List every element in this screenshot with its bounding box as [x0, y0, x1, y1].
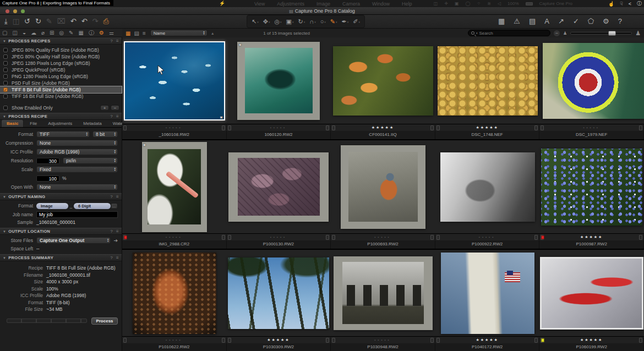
color-tag-red[interactable] [541, 235, 544, 239]
disclosure-icon[interactable]: ▼ [3, 115, 6, 118]
window-title-bar[interactable]: ▤Capture One Pro 8 Catalog [0, 7, 644, 15]
star-rating[interactable]: ••••• [583, 124, 600, 131]
recipe-checkbox[interactable] [3, 48, 8, 52]
process-output-icon[interactable]: ⎙ [103, 15, 108, 28]
thumbnail-cell[interactable]: ★★★★★CF000141.IIQ [331, 37, 435, 139]
recipe-checkbox[interactable] [3, 74, 8, 79]
tab-output-icon[interactable]: ⚙ [99, 29, 104, 37]
thumbnail-apples[interactable] [438, 46, 538, 116]
thumbnail-roundel[interactable] [543, 43, 644, 119]
keystone-tool-icon[interactable]: ∩ [309, 16, 314, 27]
star-rating[interactable]: ••••• [166, 337, 183, 343]
rating-bar[interactable]: ••••• [122, 336, 227, 343]
rating-bar[interactable]: ★★★★★ [435, 124, 540, 131]
dropdown-caret-icon[interactable]: ▾ [347, 17, 349, 27]
tab-metadata-icon[interactable]: ⌀ [41, 29, 45, 37]
rating-bar[interactable]: ★★★★★ [227, 336, 331, 343]
rating-bar[interactable]: ••••• [122, 124, 227, 131]
open-with-dropdown[interactable]: None▲▼ [36, 184, 118, 190]
rotate-left-icon[interactable]: ↺ [24, 15, 30, 28]
search-input[interactable]: ▾Search [468, 30, 550, 36]
process-recipes-header[interactable]: ▼ PROCESS RECIPES ?≡ [0, 37, 122, 45]
store-files-dropdown[interactable]: Capture One Output▲▼ [36, 237, 111, 244]
camera-status-icon[interactable]: ◫ [434, 1, 438, 6]
capture-icon[interactable]: ◫ [13, 15, 19, 28]
move-status-icon[interactable]: ✛ [444, 1, 448, 6]
tab-cloud-icon[interactable]: ☁ [31, 29, 36, 37]
proof-warning-icon[interactable]: ⚠ [514, 15, 520, 28]
thumbnail-chaffinch[interactable] [341, 145, 425, 229]
recipe-row[interactable]: JPEG 80% Quality Half Size (Adobe RGB) [0, 53, 122, 60]
menu-item-image[interactable]: Image [316, 1, 330, 7]
info-icon[interactable]: ⓘ [637, 0, 642, 7]
menu-item-adjustments[interactable]: Adjustments [277, 1, 304, 7]
viewer-toggle-icon[interactable]: ▦ [498, 15, 505, 28]
star-rating[interactable]: ★★★★★ [476, 124, 498, 131]
rating-bar[interactable]: ••••• [331, 233, 435, 240]
star-rating[interactable]: ★★★★★ [476, 337, 498, 343]
thumbnail-maple[interactable] [333, 46, 433, 116]
help-icon[interactable]: ? [110, 229, 113, 234]
thumbnail-cell[interactable]: •••••P1000922.RW2 [435, 140, 540, 249]
star-rating[interactable]: ★★★★★ [580, 234, 603, 240]
thumbnail-dog[interactable] [440, 152, 535, 222]
star-rating[interactable]: ★★★★★ [372, 124, 394, 131]
thumbnail-flagbuilding[interactable] [441, 253, 534, 334]
thumbnail-cell[interactable]: •••••P1000130.RW2 [227, 140, 331, 249]
tab-file[interactable]: File [25, 120, 42, 127]
keyboard-status-icon[interactable]: ⁘ [477, 1, 481, 6]
app-menu-label[interactable]: Capture One Pro [539, 1, 572, 6]
output-location-header[interactable]: ▼ OUTPUT LOCATION ?≡ [0, 228, 122, 235]
thumbnail-cell[interactable]: ★★★★★DSC_1748.NEF [435, 37, 540, 139]
tab-focus-icon[interactable]: ◎ [59, 29, 64, 37]
star-rating[interactable]: ★★★★★ [267, 337, 290, 343]
recipe-row[interactable]: PNG 1280 Pixels Long Edge (sRGB) [0, 73, 122, 80]
format-dropdown[interactable]: TIFF▲▼ [36, 131, 90, 138]
rating-bar[interactable]: ★★★★★ [435, 336, 540, 343]
sync-status-icon[interactable]: ◯ [466, 1, 471, 6]
rating-bar[interactable]: ★★★★★ [539, 233, 644, 240]
rating-bar[interactable]: ••••• [227, 124, 331, 131]
undo2-icon[interactable]: ↶ [81, 15, 88, 28]
slider-handle[interactable] [608, 31, 616, 36]
recipe-checkbox[interactable] [3, 61, 8, 65]
scale-percent-input[interactable]: 100 [36, 176, 59, 182]
recipe-row[interactable]: JPEG 80% Quality Full Size (Adobe RGB) [0, 47, 122, 53]
star-rating[interactable]: ••••• [270, 234, 287, 240]
help-icon[interactable]: ? [110, 114, 113, 119]
resolution-input[interactable]: 300 [36, 158, 59, 164]
rating-bar[interactable]: ••••• [122, 233, 227, 240]
dropdown-caret-icon[interactable]: ▾ [304, 17, 305, 27]
rating-bar[interactable]: ••••• [331, 336, 435, 343]
bit-depth-dropdown[interactable]: 8 bit▲▼ [92, 131, 118, 138]
settings-gear-icon[interactable]: ⚙ [603, 15, 609, 28]
tab-color-icon[interactable]: ◒ [23, 29, 26, 37]
pen-tool-icon[interactable]: ✒ [342, 16, 347, 27]
recipe-row[interactable]: TIFF 16 Bit Full Size (Adobe RGB) [0, 93, 122, 100]
spot-tool-icon[interactable]: ○ [320, 16, 324, 27]
recipe-row[interactable]: ✓TIFF 8 Bit Full Size (Adobe RGB) [0, 86, 122, 93]
star-rating[interactable]: ••••• [374, 234, 391, 240]
thumbs-up-icon[interactable]: ☝ [608, 1, 614, 7]
thumbnail-cell[interactable]: ★★★★★P1000987.RW2 [539, 140, 644, 249]
tab-adjust-icon[interactable]: ✎ [69, 29, 73, 37]
tab-batch-icon[interactable]: ⚌ [109, 29, 114, 37]
loupe-tool-icon[interactable]: ◎ [274, 16, 280, 27]
tab-keyboard-icon[interactable]: ▦ [79, 29, 84, 37]
thumbnail-cell[interactable]: •••••P1010622.RW2 [122, 250, 227, 351]
star-rating[interactable]: ••••• [374, 337, 391, 343]
menu-item-help[interactable]: Help [402, 1, 412, 7]
undo-icon[interactable]: ↶ [70, 15, 77, 28]
rotate-right-icon[interactable]: ↻ [35, 15, 41, 28]
menu-item-view[interactable]: View [254, 1, 265, 7]
disclosure-icon[interactable]: ▼ [3, 40, 6, 43]
recipe-checkbox[interactable]: ✓ [3, 87, 8, 92]
display-status-icon[interactable]: ▣ [455, 1, 459, 6]
recipe-checkbox[interactable] [3, 54, 8, 59]
rotate-tool-icon[interactable]: ↻ [298, 16, 303, 27]
tab-info-icon[interactable]: ⓘ [89, 29, 94, 37]
panel-menu-icon[interactable]: ≡ [116, 114, 119, 119]
rating-bar[interactable]: ••••• [539, 124, 644, 131]
thumbnail-cell[interactable]: •••••DSC_1979.NEF [539, 37, 644, 139]
thumbnail-pelican[interactable]: ◉ [142, 142, 207, 232]
